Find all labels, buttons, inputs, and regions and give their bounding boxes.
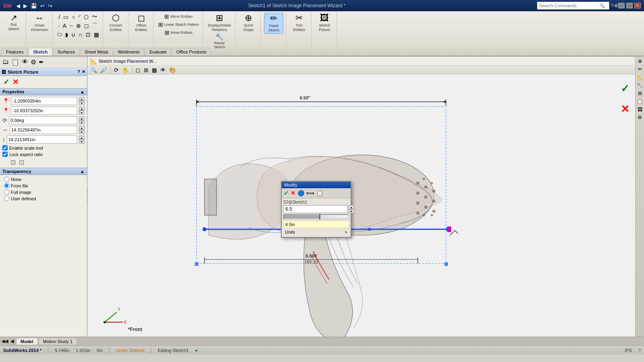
prop-width-input[interactable] (10, 126, 77, 134)
modify-spin-down[interactable]: ▼ (349, 209, 354, 213)
close-button[interactable]: ✕ (634, 3, 641, 8)
quick-snaps-button[interactable]: ⊕ QuickSnaps (239, 13, 258, 33)
viewport-reject-button[interactable]: ✕ (621, 103, 630, 115)
zoom-to-fit-button[interactable]: 🔍 (89, 66, 98, 74)
panel-icon-1[interactable]: 🗂 (2, 58, 10, 67)
search-bar[interactable]: 🔍 (537, 2, 609, 10)
pan-button[interactable]: ✋ (121, 66, 130, 74)
panel-icon-4[interactable]: ⚙ (30, 58, 37, 67)
search-input[interactable] (539, 3, 599, 8)
right-icon-2[interactable]: ✏ (636, 66, 643, 73)
nav-first[interactable]: ◀◀ (2, 339, 8, 344)
display-style-button[interactable]: ◻ (135, 66, 141, 74)
prop-y-down[interactable]: ▼ (79, 111, 85, 115)
prop-y-up[interactable]: ▲ (79, 107, 85, 111)
construction-button[interactable]: ◻ (83, 22, 90, 30)
help-icon[interactable]: ? (611, 3, 613, 8)
rectangle-button[interactable]: ▭ (62, 13, 70, 21)
offset-entities-button[interactable]: ◻ OffsetEntities (132, 13, 151, 33)
convert-entities-button[interactable]: ⬡ ConvertEntities (106, 13, 126, 33)
linear-sketch-button[interactable]: ⊞ Linear Sketch Pattern (157, 21, 200, 28)
modify-slider[interactable] (283, 214, 349, 219)
prop-height-input[interactable] (7, 136, 77, 144)
appearance-button[interactable]: 🎨 (168, 66, 177, 74)
panel-accept-button[interactable]: ✓ (3, 78, 9, 86)
hide-show-button[interactable]: 👁 (159, 66, 167, 74)
view-orient-button[interactable]: ▦ (151, 66, 158, 74)
prop-width-up[interactable]: ▲ (79, 126, 85, 130)
panel-info-icon[interactable]: ? (77, 69, 80, 74)
lock-aspect-checkbox[interactable] (2, 152, 8, 157)
modify-titlebar[interactable]: Modify (282, 182, 351, 188)
parabola-button[interactable]: ∪ (70, 31, 76, 38)
line-button[interactable]: / (57, 13, 61, 21)
nav-prev[interactable]: ◀ (10, 339, 14, 344)
tab-sketch[interactable]: Sketch (29, 48, 52, 56)
prop-angle-input[interactable] (9, 116, 77, 124)
right-icon-6[interactable]: 📋 (636, 98, 643, 105)
panel-reject-button[interactable]: ✕ (12, 78, 19, 86)
zoom-in-button[interactable]: 🔎 (99, 66, 108, 74)
prop-height-up[interactable]: ▲ (79, 136, 85, 140)
qa-save[interactable]: 💾 (29, 2, 38, 9)
qa-redo[interactable]: ↪ (47, 2, 54, 9)
status-help[interactable]: ? (638, 348, 641, 353)
transparency-section-header[interactable]: Transparency ▲ (0, 168, 87, 175)
rotate-button[interactable]: ⟳ (113, 66, 120, 74)
qa-undo[interactable]: ↩ (39, 2, 46, 9)
qa-button[interactable]: ◀ (15, 2, 21, 9)
maximize-button[interactable]: □ (626, 3, 633, 8)
display-delete-button[interactable]: ⊞ Display/DeleteRelations (206, 13, 233, 33)
panel-icon-5[interactable]: ✒ (38, 58, 45, 67)
centerline-button[interactable]: ┄ (68, 22, 74, 30)
panel-icon-2[interactable]: 📋 (10, 58, 20, 67)
prop-x-input[interactable] (11, 97, 77, 105)
tab-sheet-metal[interactable]: Sheet Metal (80, 48, 113, 56)
tab-office-products[interactable]: Office Products (172, 48, 211, 56)
prop-angle-up[interactable]: ▲ (79, 116, 85, 120)
sketch-picture-button[interactable]: 🖼 SketchPicture (315, 13, 334, 33)
prop-x-down[interactable]: ▼ (79, 101, 85, 105)
prop-x-up[interactable]: ▲ (79, 97, 85, 101)
tab-weldments[interactable]: Weldments (114, 48, 144, 56)
smart-dimension-button[interactable]: ↔ SmartDimension (29, 13, 50, 33)
partial-ellipse-button[interactable]: ◗ (64, 31, 69, 38)
midpoint-button[interactable]: ⊕ (75, 22, 82, 30)
conic-button[interactable]: ∩ (77, 31, 84, 38)
right-icon-1[interactable]: ⊕ (636, 58, 643, 65)
modify-reject-button[interactable]: ✕ (290, 189, 296, 197)
transparency-none-radio[interactable] (4, 177, 9, 182)
tab-motion-study[interactable]: Motion Study 1 (39, 338, 77, 345)
viewport-accept-button[interactable]: ✓ (621, 82, 630, 95)
circle-button[interactable]: ○ (70, 13, 76, 21)
section-button[interactable]: ⊞ (143, 66, 149, 74)
modify-accept-button[interactable]: ✓ (283, 189, 289, 197)
point-button[interactable]: · (57, 22, 61, 30)
transparency-user-radio[interactable] (4, 196, 9, 201)
enable-scale-checkbox[interactable] (2, 145, 8, 150)
modify-units-option[interactable]: Units > (283, 229, 349, 235)
modify-flip-button[interactable]: ⟺ (306, 189, 315, 197)
transparency-from-file-radio[interactable] (4, 183, 9, 188)
tab-model[interactable]: Model (16, 338, 38, 345)
right-icon-5[interactable]: ⊞ (636, 90, 643, 97)
prop-height-down[interactable]: ▼ (79, 140, 85, 144)
move-entities-button[interactable]: ⊞ Move Entities (163, 29, 194, 36)
right-icon-8[interactable]: ⚙ (636, 114, 643, 121)
properties-section-header[interactable]: Properties ▲ (0, 88, 87, 95)
modify-suggestion[interactable]: 6.5in (283, 221, 349, 228)
prop-angle-down[interactable]: ▼ (79, 120, 85, 124)
qa-button-2[interactable]: ▶ (22, 2, 29, 9)
3d-sketch-button[interactable]: ⊡ (85, 31, 92, 38)
prop-y-input[interactable] (11, 107, 77, 115)
settings-icon[interactable]: ⚙ (614, 3, 618, 8)
minimize-button[interactable]: ─ (618, 3, 625, 8)
modify-rebuild-button[interactable]: 🔵 (297, 189, 305, 197)
transparency-full-radio[interactable] (4, 189, 9, 195)
arc-button[interactable]: ◜ (77, 13, 82, 21)
modify-value-input[interactable] (283, 205, 348, 213)
mirror-entities-button[interactable]: ⊞ Mirror Entities (163, 13, 194, 20)
sketch-plane-button[interactable]: ▦ (93, 31, 100, 38)
right-icon-3[interactable]: 📐 (636, 74, 643, 81)
fillet-button[interactable]: ⌒ (91, 22, 99, 30)
